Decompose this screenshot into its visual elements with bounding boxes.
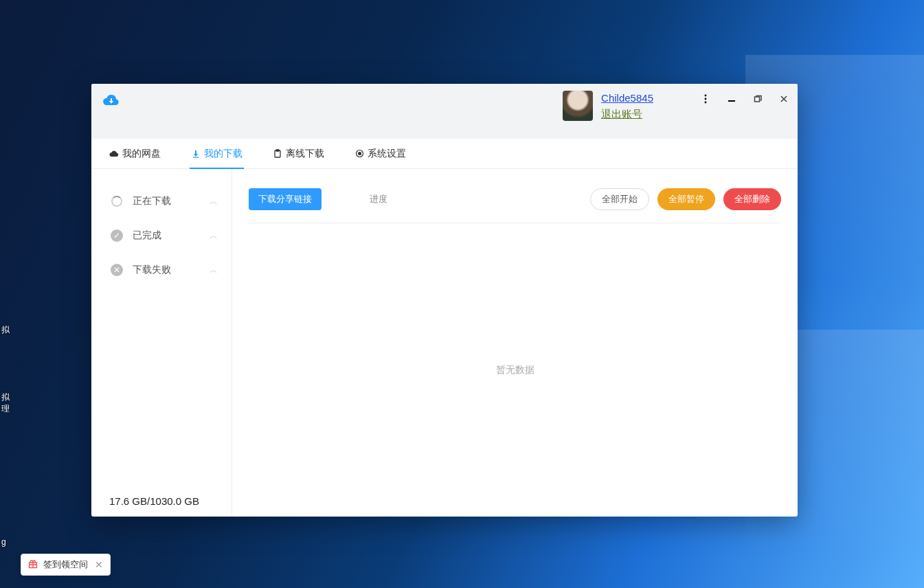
desktop-label-fragment: 拟 理 <box>1 392 10 415</box>
signin-toast[interactable]: 签到领空间 ✕ <box>21 554 111 576</box>
svg-rect-5 <box>193 157 199 157</box>
cloud-icon <box>109 149 119 159</box>
username-link[interactable]: Childe5845 <box>601 92 653 104</box>
empty-state: 暂无数据 <box>249 223 781 517</box>
content-body: 正在下载 ︿ ✓ 已完成 ︿ ✕ 下载失败 ︿ 下载分享链接 <box>91 169 798 517</box>
sidebar-item-failed[interactable]: ✕ 下载失败 ︿ <box>91 253 232 287</box>
logout-link[interactable]: 退出账号 <box>601 108 653 121</box>
sidebar-item-downloading[interactable]: 正在下载 ︿ <box>91 184 232 218</box>
maximize-button[interactable] <box>752 93 763 104</box>
svg-rect-7 <box>276 150 279 151</box>
desktop-label-fragment: 拟 <box>1 324 10 336</box>
main-panel: 下载分享链接 进度 全部开始 全部暂停 全部删除 暂无数据 <box>232 169 798 517</box>
chevron-up-icon: ︿ <box>210 264 218 276</box>
column-header-progress: 进度 <box>370 193 387 205</box>
svg-point-1 <box>705 98 707 100</box>
tab-my-downloads[interactable]: 我的下载 <box>191 139 243 168</box>
tab-my-disk[interactable]: 我的网盘 <box>109 139 161 168</box>
delete-all-button[interactable]: 全部删除 <box>723 188 781 210</box>
title-bar: Childe5845 退出账号 <box>91 84 798 139</box>
start-all-button[interactable]: 全部开始 <box>590 188 649 210</box>
storage-usage: 17.6 GB/1030.0 GB <box>109 495 199 507</box>
toolbar: 下载分享链接 进度 全部开始 全部暂停 全部删除 <box>249 188 781 223</box>
loading-icon <box>111 195 123 207</box>
tab-settings[interactable]: 系统设置 <box>354 139 406 168</box>
kebab-menu-icon[interactable] <box>700 93 711 104</box>
app-logo <box>102 91 120 110</box>
chevron-up-icon: ︿ <box>210 196 218 207</box>
check-circle-icon: ✓ <box>111 229 123 242</box>
cloud-download-icon <box>102 98 120 109</box>
toast-text: 签到领空间 <box>43 558 88 571</box>
svg-point-2 <box>705 102 707 104</box>
gift-icon <box>28 559 38 571</box>
tab-bar: 我的网盘 我的下载 离线下载 系统设置 <box>91 139 798 169</box>
tab-offline-download[interactable]: 离线下载 <box>273 139 324 168</box>
x-circle-icon: ✕ <box>111 264 123 276</box>
close-button[interactable] <box>778 93 789 104</box>
desktop-label-fragment: g <box>1 537 6 547</box>
download-share-link-button[interactable]: 下载分享链接 <box>249 188 322 210</box>
tab-label: 系统设置 <box>368 148 406 160</box>
tab-label: 我的网盘 <box>122 148 161 160</box>
avatar[interactable] <box>563 91 593 121</box>
minimize-button[interactable] <box>726 93 737 104</box>
window-controls <box>700 93 789 104</box>
sidebar-item-done[interactable]: ✓ 已完成 ︿ <box>91 218 232 253</box>
clipboard-icon <box>273 149 282 159</box>
pause-all-button[interactable]: 全部暂停 <box>657 188 715 210</box>
svg-rect-4 <box>755 97 760 102</box>
tab-label: 我的下载 <box>204 148 243 160</box>
chevron-up-icon: ︿ <box>210 230 218 242</box>
toast-close-button[interactable]: ✕ <box>93 559 104 570</box>
download-icon <box>191 149 201 159</box>
sidebar-item-label: 正在下载 <box>133 195 171 207</box>
empty-state-text: 暂无数据 <box>496 364 534 376</box>
app-window: Childe5845 退出账号 我的网盘 我的下载 <box>91 84 798 517</box>
gear-icon <box>354 149 364 159</box>
sidebar: 正在下载 ︿ ✓ 已完成 ︿ ✕ 下载失败 ︿ <box>91 169 232 517</box>
sidebar-item-label: 下载失败 <box>133 264 171 276</box>
tab-label: 离线下载 <box>286 148 324 160</box>
sidebar-item-label: 已完成 <box>133 229 161 242</box>
svg-point-9 <box>358 152 361 155</box>
user-area: Childe5845 退出账号 <box>563 91 653 121</box>
svg-point-0 <box>705 95 707 97</box>
svg-rect-3 <box>728 100 735 102</box>
